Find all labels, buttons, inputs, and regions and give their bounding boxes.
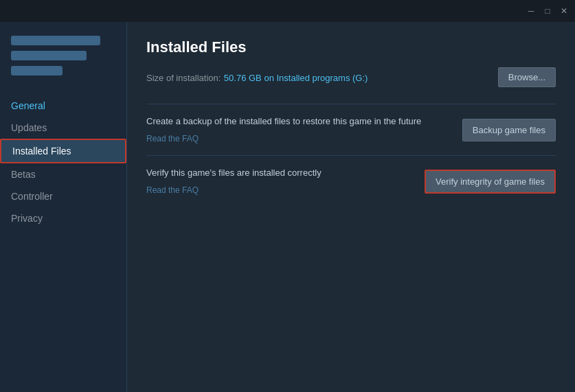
install-size-row: Size of installation: 50.76 GB on Instal…: [146, 67, 556, 87]
game-short-blurred: [11, 66, 63, 76]
sidebar-nav: General Updates Installed Files Betas Co…: [0, 95, 126, 229]
install-size-info: Size of installation: 50.76 GB on Instal…: [146, 71, 368, 84]
sidebar-item-controller[interactable]: Controller: [0, 185, 126, 207]
game-subtitle-blurred: [11, 51, 87, 60]
verify-description: Verify this game's files are installed c…: [146, 167, 408, 179]
backup-game-files-button[interactable]: Backup game files: [462, 119, 556, 141]
main-layout: General Updates Installed Files Betas Co…: [0, 22, 575, 392]
minimize-button[interactable]: ─: [526, 5, 537, 16]
page-title: Installed Files: [146, 38, 556, 56]
sidebar-item-general[interactable]: General: [0, 95, 126, 117]
sidebar-item-privacy[interactable]: Privacy: [0, 207, 126, 229]
verify-section-text: Verify this game's files are installed c…: [146, 167, 408, 196]
backup-section-text: Create a backup of the installed files t…: [146, 115, 446, 144]
sidebar: General Updates Installed Files Betas Co…: [0, 22, 127, 392]
window-controls: ─ □ ✕: [526, 5, 570, 16]
verify-section: Verify this game's files are installed c…: [146, 155, 556, 207]
browse-button[interactable]: Browse...: [498, 67, 556, 87]
sidebar-item-betas[interactable]: Betas: [0, 163, 126, 185]
close-button[interactable]: ✕: [559, 5, 570, 16]
backup-faq-link[interactable]: Read the FAQ: [146, 134, 199, 143]
verify-integrity-button[interactable]: Verify integrity of game files: [425, 170, 556, 194]
sidebar-item-installed-files[interactable]: Installed Files: [0, 139, 126, 163]
maximize-button[interactable]: □: [542, 5, 553, 16]
content-area: Installed Files Size of installation: 50…: [127, 22, 575, 392]
backup-section: Create a backup of the installed files t…: [146, 104, 556, 155]
game-info: [0, 30, 126, 92]
title-bar: ─ □ ✕: [0, 0, 575, 22]
install-size-label: Size of installation:: [146, 73, 221, 83]
sidebar-item-updates[interactable]: Updates: [0, 117, 126, 139]
verify-faq-link[interactable]: Read the FAQ: [146, 185, 199, 195]
game-title-blurred: [11, 36, 100, 45]
backup-description: Create a backup of the installed files t…: [146, 115, 446, 128]
install-size-value: 50.76 GB on Installed programs (G:): [224, 73, 368, 83]
